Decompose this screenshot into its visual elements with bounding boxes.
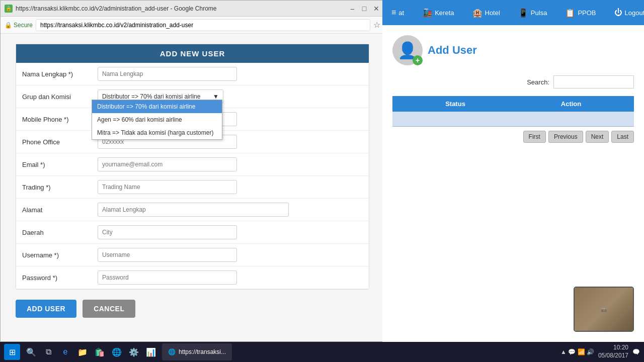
daerah-input-cell	[92, 221, 243, 244]
ppob-icon: 📋	[565, 8, 575, 18]
taskbar-icons: 🔍 ⧉ e 📁 🛍️ 🌐 ⚙️ 📊	[24, 345, 158, 359]
webcam-overlay: 📷	[574, 287, 634, 332]
file-explorer-icon[interactable]: 📁	[75, 345, 90, 359]
clock-time: 10:20	[598, 344, 628, 352]
action-column-header: Action	[513, 100, 629, 108]
logout-icon: ⏻	[614, 8, 622, 17]
first-page-button[interactable]: First	[523, 131, 546, 143]
password-label: Password *)	[16, 266, 92, 289]
dropdown-option-3[interactable]: Mitra => Tidak ada komisi (harga custome…	[92, 126, 222, 139]
nav-item-kereta[interactable]: 🚂 Kereta	[418, 6, 458, 20]
daerah-extra	[243, 221, 369, 244]
browser-addressbar: 🔒 Secure ☆	[1, 17, 384, 34]
notification-icon[interactable]: 🗨️	[632, 348, 640, 355]
nav-hotel-label: Hotel	[485, 9, 500, 17]
add-user-section: 👤 + Add User	[392, 35, 634, 65]
nama-extra	[243, 63, 369, 85]
form-title: ADD NEW USER	[16, 44, 369, 63]
webcam-feed: 📷	[575, 288, 633, 331]
daerah-row: Daerah	[16, 221, 369, 244]
email-input[interactable]	[98, 157, 237, 171]
email-input-cell	[92, 153, 243, 176]
browser-titlebar: 🔒 https://transaksi.klikmbc.co.id/v2/adm…	[1, 1, 384, 17]
start-button[interactable]: ⊞	[4, 344, 20, 360]
mobile-extra	[243, 108, 369, 131]
close-button[interactable]: ✕	[372, 5, 380, 13]
trading-input-cell	[92, 176, 243, 199]
nav-ppob-label: PPOB	[578, 9, 596, 17]
dropdown-option-1[interactable]: Distributor => 70% dari komisi airline	[92, 100, 222, 113]
nama-input[interactable]	[98, 67, 237, 81]
pulsa-icon: 📱	[518, 8, 528, 18]
address-bar-input[interactable]	[36, 19, 370, 31]
chrome-app-label: https://transaksi...	[179, 348, 226, 355]
add-user-form-card: ADD NEW USER Nama Lengkap *) Grup dan Ko…	[16, 44, 369, 290]
trading-input[interactable]	[98, 180, 237, 194]
grup-dropdown[interactable]: Distributor => 70% dari komisi airline A…	[92, 100, 222, 140]
nav-logout-label: Logout	[625, 9, 644, 17]
nav-item-pulsa[interactable]: 📱 Pulsa	[514, 6, 551, 20]
pagination-row: First Previous Next Last	[392, 131, 634, 143]
task-view-icon[interactable]: ⧉	[41, 345, 55, 359]
last-page-button[interactable]: Last	[611, 131, 634, 143]
alamat-label: Alamat	[16, 199, 92, 221]
minimize-button[interactable]: ‒	[348, 5, 356, 13]
nav-kereta-label: Kereta	[435, 9, 454, 17]
nav-item-ppob[interactable]: 📋 PPOB	[561, 6, 600, 20]
daerah-input[interactable]	[98, 225, 237, 239]
username-row: Username *)	[16, 244, 369, 266]
browser-controls: ‒ □ ✕	[348, 5, 380, 13]
grup-row: Grup dan Komisi Distributor => 70% dari …	[16, 85, 369, 108]
search-label: Search:	[527, 78, 549, 86]
browser-content: ADD NEW USER Nama Lengkap *) Grup dan Ko…	[1, 34, 384, 341]
nav-item-hotel[interactable]: 🏨 Hotel	[468, 6, 504, 20]
username-input[interactable]	[98, 248, 237, 262]
username-input-cell	[92, 244, 243, 266]
chrome-icon[interactable]: 🌐	[110, 345, 124, 359]
bookmark-icon[interactable]: ☆	[373, 20, 380, 30]
app1-icon[interactable]: ⚙️	[127, 345, 141, 359]
trading-row: Trading *)	[16, 176, 369, 199]
maximize-button[interactable]: □	[360, 5, 368, 13]
form-table: Nama Lengkap *) Grup dan Komisi Distribu…	[16, 63, 369, 289]
add-user-button[interactable]: ADD USER	[16, 300, 76, 318]
add-user-title: Add User	[428, 44, 477, 57]
previous-page-button[interactable]: Previous	[548, 131, 583, 143]
grup-selected-text: Distributor => 70% dari komisi airline	[102, 93, 200, 100]
nav-item-logout[interactable]: ⏻ Logout	[610, 6, 644, 20]
search-row: Search:	[392, 75, 634, 88]
grup-label: Grup dan Komisi	[16, 85, 92, 108]
taskbar-chrome-app[interactable]: 🌐 https://transaksi...	[162, 343, 232, 360]
next-page-button[interactable]: Next	[586, 131, 609, 143]
search-taskbar-icon[interactable]: 🔍	[24, 345, 38, 359]
secure-label: Secure	[14, 22, 33, 29]
alamat-input[interactable]	[98, 203, 289, 217]
alamat-input-cell	[92, 199, 369, 221]
right-panel: ≡ at 🚂 Kereta 🏨 Hotel 📱 Pulsa 📋 PPOB ⏻ L…	[382, 0, 644, 342]
cancel-button[interactable]: CANCEL	[83, 300, 135, 318]
phone-extra	[243, 131, 369, 153]
username-label: Username *)	[16, 244, 92, 266]
browser-title: https://transaksi.klikmbc.co.id/v2/admin…	[16, 5, 345, 12]
nav-item-at[interactable]: ≡ at	[387, 6, 408, 20]
password-input[interactable]	[98, 270, 237, 285]
browser-favicon: 🔒	[5, 5, 13, 13]
clock-date: 05/08/2017	[598, 352, 628, 360]
mobile-label: Mobile Phone *)	[16, 108, 92, 131]
browser-window: 🔒 https://transaksi.klikmbc.co.id/v2/adm…	[0, 0, 385, 342]
status-column-header: Status	[397, 100, 513, 108]
dropdown-option-2[interactable]: Agen => 60% dari komisi airline	[92, 113, 222, 126]
search-input[interactable]	[553, 75, 634, 88]
nav-pulsa-label: Pulsa	[531, 9, 547, 17]
app2-icon[interactable]: 📊	[144, 345, 158, 359]
phone-label: Phone Office	[16, 131, 92, 153]
password-input-cell	[92, 266, 243, 289]
store-icon[interactable]: 🛍️	[93, 345, 107, 359]
username-extra	[243, 244, 369, 266]
chrome-app-icon: 🌐	[168, 348, 176, 355]
password-row: Password *)	[16, 266, 369, 289]
nama-input-cell	[92, 63, 243, 85]
plus-icon: +	[413, 55, 423, 65]
edge-icon[interactable]: e	[58, 345, 72, 359]
trading-extra	[243, 176, 369, 199]
